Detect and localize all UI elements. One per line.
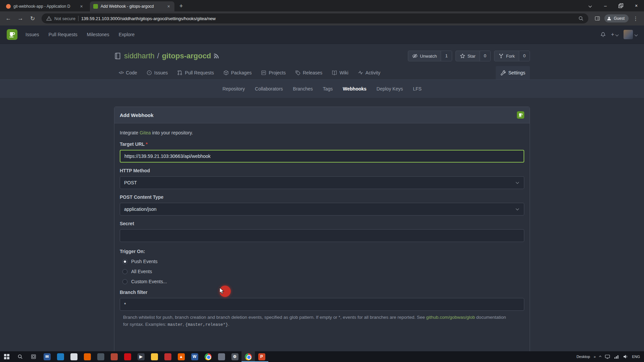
overflow-chevrons[interactable]: »: [594, 355, 596, 359]
gitea-webhook-icon: [517, 111, 524, 119]
settings-tab-lfs[interactable]: LFS: [408, 80, 427, 98]
taskbar-app-word[interactable]: W: [188, 351, 201, 362]
taskbar-app-file-explorer[interactable]: [148, 351, 161, 362]
taskbar-app-chrome-active[interactable]: [241, 351, 255, 362]
gitea-logo[interactable]: [7, 29, 17, 40]
settings-tab-deploy-keys[interactable]: Deploy Keys: [372, 80, 408, 98]
profile-chip[interactable]: Guest: [604, 14, 629, 22]
tab-pull-requests[interactable]: Pull Requests: [172, 66, 218, 79]
custom-events-radio[interactable]: [122, 279, 127, 284]
display-tray-icon[interactable]: [605, 354, 610, 359]
side-panel-button[interactable]: [592, 13, 602, 23]
minimize-button[interactable]: –: [598, 0, 613, 11]
tab-projects[interactable]: Projects: [256, 66, 290, 79]
radio-row-custom-events[interactable]: Custom Events...: [122, 279, 524, 284]
nav-item-pull-requests[interactable]: Pull Requests: [44, 28, 81, 41]
create-new-button[interactable]: +: [611, 32, 618, 38]
tab-activity[interactable]: Activity: [353, 66, 385, 79]
back-button[interactable]: ←: [3, 13, 13, 23]
volume-tray-icon[interactable]: [623, 354, 628, 359]
browser-toolbar: ← → ↻ Not secure 139.59.21.103:3000/sidd…: [0, 11, 644, 25]
close-button[interactable]: ×: [629, 0, 644, 11]
nav-item-explore[interactable]: Explore: [115, 28, 139, 41]
mouse-cursor: [218, 287, 225, 295]
browser-menu-button[interactable]: ⋮: [631, 13, 641, 23]
unwatch-button[interactable]: Unwatch: [408, 51, 441, 61]
nav-item-milestones[interactable]: Milestones: [83, 28, 113, 41]
settings-tab-branches[interactable]: Branches: [288, 80, 318, 98]
code-icon: </>: [119, 70, 123, 75]
zoom-icon[interactable]: [578, 16, 584, 21]
taskbar-app-installer[interactable]: [107, 351, 121, 362]
rss-icon[interactable]: [214, 53, 219, 59]
search-icon: [17, 354, 23, 359]
task-view-button[interactable]: [27, 351, 40, 362]
star-label: Star: [468, 54, 476, 59]
fork-count[interactable]: 0: [519, 51, 530, 61]
watch-count[interactable]: 1: [441, 51, 451, 61]
tab-close-icon[interactable]: ×: [79, 4, 84, 9]
address-bar[interactable]: Not secure 139.59.21.103:3000/siddharth/…: [42, 13, 588, 23]
target-url-input[interactable]: [120, 150, 524, 163]
browser-tab-add-webhook[interactable]: Add Webhook - gitops-argocd ×: [90, 1, 174, 11]
nav-item-issues[interactable]: Issues: [21, 28, 43, 41]
glob-docs-link[interactable]: github.com/gobwas/glob: [426, 315, 475, 320]
taskbar-app-screen-tool[interactable]: [215, 351, 228, 362]
taskbar-app-firefox[interactable]: [80, 351, 94, 362]
taskbar-search-button[interactable]: [13, 351, 27, 362]
network-tray-icon[interactable]: [614, 354, 619, 359]
branch-filter-input[interactable]: [120, 298, 524, 311]
desktop-toolbar-label[interactable]: Desktop: [577, 355, 590, 359]
language-indicator[interactable]: ENG: [632, 355, 640, 359]
tab-issues[interactable]: Issues: [142, 66, 172, 79]
settings-tab-tags[interactable]: Tags: [318, 80, 338, 98]
taskbar-app-media-player[interactable]: ▶: [134, 351, 148, 362]
all-events-radio[interactable]: [122, 269, 127, 274]
gitea-link[interactable]: Gitea: [140, 130, 151, 135]
radio-row-all-events[interactable]: All Events: [122, 269, 524, 274]
radio-row-push-events[interactable]: Push Events: [122, 259, 524, 264]
star-count[interactable]: 0: [480, 51, 490, 61]
start-button[interactable]: [0, 351, 13, 362]
taskbar-app-adobe-reader[interactable]: [161, 351, 174, 362]
settings-tab-collaborators[interactable]: Collaborators: [250, 80, 288, 98]
restore-button[interactable]: [613, 0, 629, 11]
repo-owner-link[interactable]: siddharth: [124, 52, 155, 60]
new-tab-button[interactable]: +: [176, 1, 186, 11]
project-icon: [261, 70, 266, 75]
taskbar-app-mail[interactable]: ✉: [40, 351, 54, 362]
tab-settings[interactable]: Settings: [496, 66, 530, 79]
watch-button-group: Unwatch 1: [408, 51, 452, 61]
media-player-icon: ▶: [138, 353, 145, 360]
taskbar-app-powerpoint[interactable]: P: [255, 351, 268, 362]
star-button[interactable]: Star: [456, 51, 480, 61]
taskbar-app-store[interactable]: [54, 351, 67, 362]
secret-input[interactable]: [120, 229, 524, 242]
hidden-icons-chevron[interactable]: [599, 355, 601, 358]
user-menu[interactable]: [624, 30, 637, 39]
push-events-radio[interactable]: [122, 259, 127, 264]
http-method-select[interactable]: POST: [120, 176, 524, 189]
tab-releases[interactable]: Releases: [290, 66, 327, 79]
taskbar-app-chrome[interactable]: [201, 351, 215, 362]
taskbar-app-settings-app[interactable]: ⚙: [228, 351, 241, 362]
repo-name-link[interactable]: gitops-argocd: [162, 52, 211, 60]
tab-close-icon[interactable]: ×: [166, 4, 171, 9]
content-type-select[interactable]: application/json: [120, 203, 524, 216]
fork-button[interactable]: Fork: [494, 51, 519, 61]
forward-button[interactable]: →: [15, 13, 25, 23]
refresh-button[interactable]: ↻: [28, 13, 38, 23]
all-events-label: All Events: [131, 269, 152, 274]
taskbar-app-opera[interactable]: [121, 351, 134, 362]
tab-search-icon[interactable]: [582, 0, 598, 11]
tab-wiki[interactable]: Wiki: [327, 66, 353, 79]
settings-tab-repository[interactable]: Repository: [217, 80, 250, 98]
taskbar-app-explorer-light[interactable]: [67, 351, 80, 362]
taskbar-app-code-editor[interactable]: [94, 351, 107, 362]
tab-code[interactable]: </> Code: [114, 66, 142, 79]
browser-tab-argocd[interactable]: git-webhook-app - Application D ×: [3, 1, 87, 11]
settings-tab-webhooks[interactable]: Webhooks: [338, 80, 372, 98]
notifications-bell-icon[interactable]: [600, 32, 606, 37]
taskbar-app-vlc[interactable]: ▲: [174, 351, 188, 362]
tab-packages[interactable]: Packages: [219, 66, 256, 79]
